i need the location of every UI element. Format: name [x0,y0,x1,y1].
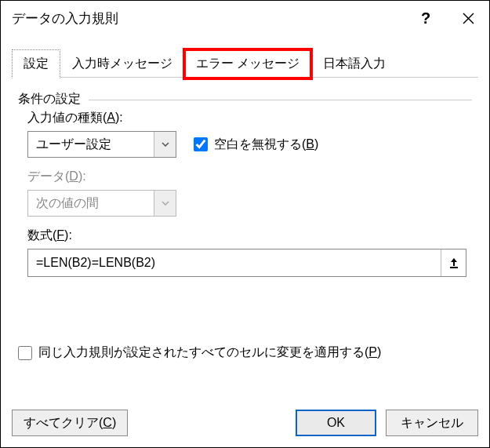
chevron-down-icon [162,201,169,206]
data-combo: 次の値の間 [27,190,176,217]
tab-content: 条件の設定 入力値の種類(A): ユーザー設定 空白を無視する(B) [1,78,489,361]
apply-all-label: 同じ入力規則が設定されたすべてのセルに変更を適用する(P) [38,344,381,361]
formula-range-button[interactable] [441,249,466,276]
dialog-title: データの入力規則 [12,9,405,27]
tab-ime[interactable]: 日本語入力 [311,49,397,78]
svg-marker-3 [451,258,457,262]
apply-all-checkbox[interactable]: 同じ入力規則が設定されたすべてのセルに変更を適用する(P) [18,344,472,361]
titlebar: データの入力規則 ? [1,1,489,35]
formula-section: 数式(F): =LEN(B2)=LENB(B2) [18,228,472,277]
cancel-button[interactable]: キャンセル [386,410,478,436]
formula-input-row: =LEN(B2)=LENB(B2) [27,249,466,277]
group-title: 条件の設定 [18,91,472,111]
clear-all-button[interactable]: すべてクリア(C) [12,410,128,436]
allow-section: 入力値の種類(A): ユーザー設定 空白を無視する(B) [18,110,472,158]
allow-combo[interactable]: ユーザー設定 [27,131,176,158]
tab-input-message[interactable]: 入力時メッセージ [60,49,184,78]
group-separator [89,100,472,100]
dialog-footer: すべてクリア(C) OK キャンセル [12,410,478,436]
ok-button[interactable]: OK [296,410,376,436]
apply-all-input[interactable] [18,346,32,360]
data-combo-button [154,191,176,216]
close-button[interactable] [447,1,489,35]
allow-combo-button[interactable] [154,132,176,157]
tab-row: 設定 入力時メッセージ エラー メッセージ 日本語入力 [1,35,489,78]
close-icon [463,13,474,24]
tab-error-message[interactable]: エラー メッセージ [184,49,311,78]
ignore-blank-input[interactable] [194,137,208,151]
apply-row: 同じ入力規則が設定されたすべてのセルに変更を適用する(P) [18,344,472,361]
data-combo-value: 次の値の間 [28,195,154,212]
help-button[interactable]: ? [405,1,447,35]
ignore-blank-label: 空白を無視する(B) [214,137,318,153]
formula-label: 数式(F): [27,228,472,244]
tab-settings[interactable]: 設定 [12,49,60,78]
dialog-data-validation: データの入力規則 ? 設定 入力時メッセージ エラー メッセージ 日本語入力 条… [0,0,490,448]
allow-label: 入力値の種類(A): [27,110,472,126]
titlebar-buttons: ? [405,1,489,35]
data-section: データ(D): 次の値の間 [18,169,472,217]
formula-input[interactable]: =LEN(B2)=LENB(B2) [28,256,441,270]
ignore-blank-checkbox[interactable]: 空白を無視する(B) [194,137,318,153]
data-label: データ(D): [27,169,472,185]
chevron-down-icon [162,142,169,147]
allow-combo-value: ユーザー設定 [28,137,154,153]
range-selector-icon [448,257,459,268]
